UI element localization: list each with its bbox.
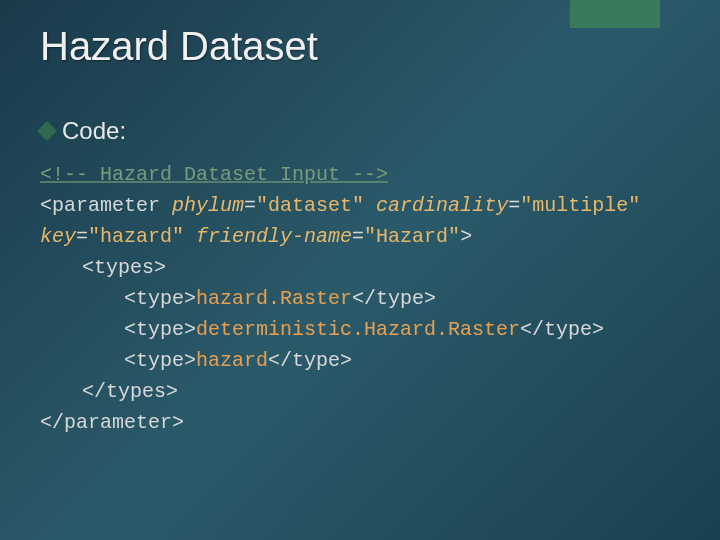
slide-content: Hazard Dataset Code: <!-- Hazard Dataset… — [0, 0, 720, 438]
code-type-open-3: <type> — [124, 349, 196, 372]
code-type3: hazard — [196, 349, 268, 372]
diamond-icon — [37, 121, 57, 141]
code-block: <!-- Hazard Dataset Input --> <parameter… — [40, 159, 680, 438]
code-comment-text: Hazard Dataset Input --> — [100, 163, 388, 186]
code-attr-key-v: "hazard" — [88, 225, 184, 248]
code-attr-fn-k: friendly-name — [196, 225, 352, 248]
code-type-close-1: </type> — [352, 287, 436, 310]
code-type1: hazard.Raster — [196, 287, 352, 310]
code-param-open: <parameter — [40, 194, 172, 217]
code-param-open-end: > — [460, 225, 472, 248]
code-type-close-3: </type> — [268, 349, 352, 372]
code-eq3: = — [76, 225, 88, 248]
code-type-open-1: <type> — [124, 287, 196, 310]
code-types-close: </types> — [82, 380, 178, 403]
code-eq: = — [244, 194, 256, 217]
code-eq4: = — [352, 225, 364, 248]
code-type-open-2: <type> — [124, 318, 196, 341]
code-types-open: <types> — [82, 256, 166, 279]
code-param-close: </parameter> — [40, 411, 184, 434]
code-attr-fn-v: "Hazard" — [364, 225, 460, 248]
code-attr-key-k: key — [40, 225, 76, 248]
bullet-label: Code: — [62, 117, 126, 145]
accent-bar — [570, 0, 660, 28]
code-type2: deterministic.Hazard.Raster — [196, 318, 520, 341]
code-comment-open: <!-- — [40, 163, 100, 186]
bullet-code: Code: — [40, 117, 680, 145]
code-eq2: = — [508, 194, 520, 217]
code-attr-phylum-v: "dataset" — [256, 194, 364, 217]
code-attr-card-v: "multiple" — [520, 194, 640, 217]
code-attr-card-k: cardinality — [376, 194, 508, 217]
code-type-close-2: </type> — [520, 318, 604, 341]
slide-title: Hazard Dataset — [40, 24, 680, 69]
code-attr-phylum-k: phylum — [172, 194, 244, 217]
